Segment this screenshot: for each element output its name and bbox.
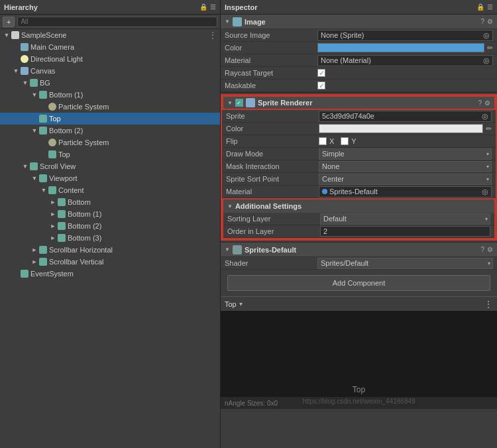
tree-item-top[interactable]: Top <box>0 113 220 125</box>
lock-icon[interactable]: 🔒 <box>476 3 484 11</box>
inspector-scroll[interactable]: Image ? ⚙ Source Image None (Sprite) ◎ C… <box>221 15 497 448</box>
order-in-layer-input[interactable] <box>320 226 490 237</box>
tree-obj-icon <box>21 67 28 75</box>
sprite-color-bar[interactable] <box>319 124 483 133</box>
tree-item-canvas[interactable]: ▼ Canvas <box>0 65 220 77</box>
flip-x-checkbox[interactable] <box>319 137 327 145</box>
sprite-pick-icon[interactable]: ◎ <box>482 112 488 121</box>
preview-tab-arrow[interactable] <box>239 300 243 308</box>
tree-obj-icon <box>21 43 28 51</box>
tree-item-directional-light[interactable]: Directional Light <box>0 53 220 65</box>
lock-icon[interactable]: 🔒 <box>199 3 207 11</box>
tree-obj-icon <box>11 31 19 39</box>
tree-item-bottom-2a[interactable]: ► Bottom (2) <box>0 220 220 232</box>
help-icon[interactable]: ? <box>480 18 484 25</box>
hierarchy-panel: Hierarchy 🔒 ☰ + ▼ SampleScene ⋮ Main Cam… <box>0 0 221 448</box>
color-bar[interactable] <box>317 43 484 52</box>
tree-obj-icon <box>21 270 28 278</box>
image-fold-arrow <box>225 19 230 25</box>
settings-icon[interactable]: ⚙ <box>487 18 493 25</box>
flip-row: Flip X Y <box>222 135 496 148</box>
source-image-pick-icon[interactable]: ◎ <box>483 31 490 40</box>
tree-label: Scrollbar Vertical <box>49 258 104 266</box>
tree-dots[interactable]: ⋮ <box>208 30 220 40</box>
material-header[interactable]: Sprites-Default ? ⚙ <box>221 243 497 257</box>
additional-settings-header[interactable]: Additional Settings <box>223 199 494 213</box>
sorting-layer-value[interactable]: Default <box>320 213 490 225</box>
color-value-area[interactable]: ✏ <box>317 43 493 52</box>
tree-obj-icon <box>48 186 56 194</box>
draw-mode-value[interactable]: Simple Sliced Tiled Filled <box>319 148 492 160</box>
help-icon[interactable]: ? <box>478 99 482 107</box>
tree-label: Particle System <box>58 103 109 111</box>
material-header-icons: ? ⚙ <box>480 246 493 253</box>
tree-obj-icon <box>39 127 47 135</box>
help-icon[interactable]: ? <box>480 246 484 253</box>
sprite-sort-point-value[interactable]: Center Pivot <box>319 174 492 185</box>
sorting-layer-select[interactable]: Default <box>320 213 490 225</box>
raycast-checkbox[interactable]: ✓ <box>317 69 325 77</box>
tree-obj-icon <box>39 246 47 254</box>
mask-interaction-value[interactable]: None Visible Inside Mask Visible Outside… <box>319 161 492 172</box>
color-picker-icon[interactable]: ✏ <box>487 44 493 52</box>
tree-item-main-camera[interactable]: Main Camera <box>0 41 220 53</box>
flip-y-checkbox[interactable] <box>341 137 349 145</box>
tree-item-content[interactable]: ▼ Content <box>0 184 220 196</box>
sprite-sort-point-select[interactable]: Center Pivot <box>319 174 492 185</box>
tree-label: Top <box>49 115 61 123</box>
add-component-button[interactable]: Add Component <box>227 275 490 291</box>
sprite-color-value[interactable]: ✏ <box>319 124 492 133</box>
tree-item-event-system[interactable]: EventSystem <box>0 268 220 280</box>
sprite-renderer-header[interactable]: ✓ Sprite Renderer ? ⚙ <box>222 95 496 110</box>
tree-icon <box>38 245 48 254</box>
tree-item-bottom-1[interactable]: ▼ Bottom (1) <box>0 89 220 101</box>
material-pick-icon[interactable]: ◎ <box>483 56 490 65</box>
order-in-layer-value-area <box>320 226 490 237</box>
mask-interaction-select[interactable]: None Visible Inside Mask Visible Outside… <box>319 161 492 172</box>
tree-item-bottom-a[interactable]: ► Bottom <box>0 196 220 208</box>
tree-icon <box>20 269 29 278</box>
shader-value[interactable]: Sprites/Default <box>317 258 493 269</box>
settings-icon[interactable]: ⚙ <box>484 99 490 107</box>
draw-mode-select[interactable]: Simple Sliced Tiled Filled <box>319 148 492 160</box>
tree-item-bottom-1a[interactable]: ► Bottom (1) <box>0 208 220 220</box>
material-fold-arrow <box>225 247 230 252</box>
tree-item-scrollbar-h[interactable]: ► Scrollbar Horizontal <box>0 244 220 256</box>
tree-item-bottom-3a[interactable]: ► Bottom (3) <box>0 232 220 244</box>
tree-label: Content <box>58 186 84 194</box>
maskable-checkbox[interactable]: ✓ <box>317 82 325 89</box>
shader-select[interactable]: Sprites/Default <box>317 258 493 269</box>
tree-item-scroll-view[interactable]: ▼ Scroll View <box>0 160 220 172</box>
raycast-value[interactable]: ✓ <box>317 69 493 77</box>
sprite-value: 5c3d9d9d74a0e <box>322 112 374 120</box>
material-icon <box>233 245 242 254</box>
tree-item-bottom-2[interactable]: ▼ Bottom (2) <box>0 125 220 137</box>
maskable-value[interactable]: ✓ <box>317 82 493 89</box>
preview-tab-dots[interactable]: ⋮ <box>484 299 493 309</box>
tree-item-sample-scene[interactable]: ▼ SampleScene ⋮ <box>0 29 220 41</box>
menu-icon[interactable]: ☰ <box>210 3 216 11</box>
tree-item-particle-system-1[interactable]: Particle System <box>0 101 220 113</box>
image-header[interactable]: Image ? ⚙ <box>221 15 497 29</box>
tree-label: Directional Light <box>30 55 83 63</box>
tree-icon <box>38 257 48 266</box>
tree-item-particle-system-2[interactable]: Particle System <box>0 137 220 148</box>
tree-label: Top <box>58 150 70 158</box>
menu-icon[interactable]: ☰ <box>487 3 493 11</box>
sprite-color-pick-icon[interactable]: ✏ <box>486 125 492 133</box>
settings-icon[interactable]: ⚙ <box>487 246 493 253</box>
sprite-material-pick-icon[interactable]: ◎ <box>482 188 488 196</box>
source-image-row: Source Image None (Sprite) ◎ <box>221 29 497 42</box>
tree-icon <box>11 30 20 40</box>
draw-mode-label: Draw Mode <box>226 150 319 158</box>
shader-row: Shader Sprites/Default <box>221 257 497 270</box>
tree-item-top-2[interactable]: Top <box>0 148 220 160</box>
tree-item-viewport[interactable]: ▼ Viewport <box>0 172 220 184</box>
image-component: Image ? ⚙ Source Image None (Sprite) ◎ C… <box>221 15 497 93</box>
add-button[interactable]: + <box>3 17 15 27</box>
tree-icon <box>20 66 29 76</box>
tree-item-scrollbar-v[interactable]: ► Scrollbar Vertical <box>0 256 220 268</box>
tree-item-bg[interactable]: ▼ BG <box>0 77 220 89</box>
sprite-renderer-enable[interactable]: ✓ <box>235 99 243 107</box>
search-input[interactable] <box>17 17 217 27</box>
